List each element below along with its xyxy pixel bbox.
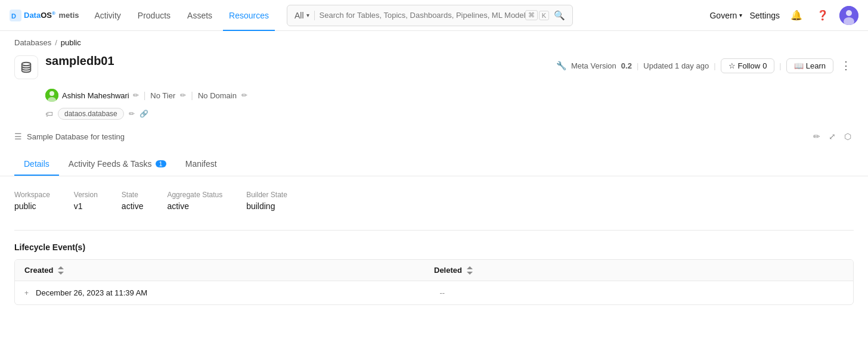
- nav-item-assets[interactable]: Assets: [181, 0, 218, 31]
- logo[interactable]: D DataOS® metis: [10, 10, 79, 21]
- state-value: active: [122, 201, 144, 211]
- govern-button[interactable]: Govern ▾: [709, 11, 742, 20]
- tabs-row: Details Activity Feeds & Tasks 1 Manifes…: [0, 152, 868, 176]
- meta-version-value: 0.2: [621, 61, 632, 70]
- svg-marker-10: [58, 272, 64, 275]
- breadcrumb-databases[interactable]: Databases: [14, 38, 51, 47]
- svg-point-3: [846, 10, 852, 16]
- chevron-down-icon: ▾: [306, 12, 309, 18]
- user-avatar[interactable]: [839, 6, 858, 25]
- chevron-down-icon: ▾: [739, 12, 742, 18]
- tab-details[interactable]: Details: [14, 152, 59, 176]
- search-shortcut: ⌘ K: [525, 10, 549, 20]
- owner-meta-row: Ashish Maheshwari ✏ | No Tier ✏ | No Dom…: [0, 86, 868, 104]
- search-filter-label: All: [294, 11, 304, 20]
- breadcrumb: Databases / public: [0, 31, 868, 52]
- meta-version-info: 🔧 Meta Version 0.2 | Updated 1 day ago |…: [556, 57, 854, 74]
- svg-point-5: [22, 63, 31, 66]
- details-content: Workspace public Version v1 State active…: [0, 176, 868, 319]
- tab-activity-feeds[interactable]: Activity Feeds & Tasks 1: [59, 152, 176, 176]
- nav-item-products[interactable]: Products: [132, 0, 176, 31]
- search-icon[interactable]: 🔍: [554, 10, 565, 21]
- search-filter-dropdown[interactable]: All ▾: [294, 11, 315, 20]
- tag-chip[interactable]: dataos.database: [58, 108, 124, 120]
- nav-item-activity[interactable]: Activity: [88, 0, 126, 31]
- header-actions: 🔧 Meta Version 0.2 | Updated 1 day ago |…: [556, 57, 854, 74]
- logo-text: DataOS® metis: [24, 11, 79, 20]
- lifecycle-title: Lifecycle Event(s): [14, 242, 854, 252]
- tag-row: 🏷 dataos.database ✏ 🔗: [0, 104, 868, 123]
- svg-marker-9: [58, 266, 64, 269]
- owner-avatar: [45, 89, 58, 102]
- domain-label: No Domain: [198, 91, 237, 100]
- external-link-icon[interactable]: 🔗: [140, 110, 148, 118]
- nav-item-resources[interactable]: Resources: [223, 0, 275, 31]
- edit-owner-icon[interactable]: ✏: [133, 91, 139, 99]
- sort-deleted-icon[interactable]: [467, 266, 473, 275]
- updated-text: Updated 1 day ago: [643, 61, 709, 70]
- workspace-value: public: [14, 201, 50, 211]
- svg-marker-12: [467, 272, 473, 275]
- row-created-value: December 26, 2023 at 11:39 AM: [36, 288, 440, 297]
- state-aggregate-status: Aggregate Status active: [167, 191, 222, 211]
- entity-info: sampledb01: [14, 54, 114, 79]
- lifecycle-table: Created Deleted: [14, 259, 854, 305]
- state-builder-state: Builder State building: [246, 191, 287, 211]
- learn-button[interactable]: 📖 Learn: [786, 58, 833, 73]
- edit-tier-icon[interactable]: ✏: [180, 91, 186, 99]
- tab-manifest[interactable]: Manifest: [176, 152, 227, 176]
- sort-created-icon[interactable]: [58, 266, 64, 275]
- tag-row-icon: 🏷: [45, 110, 53, 119]
- lifecycle-section: Lifecycle Event(s) Created Deleted: [14, 242, 854, 305]
- aggregate-status-label: Aggregate Status: [167, 191, 222, 199]
- expand-description-icon[interactable]: ⤢: [826, 129, 838, 144]
- col-deleted[interactable]: Deleted: [434, 266, 844, 275]
- description-row: ☰ Sample Database for testing ✏ ⤢ ⬡: [0, 123, 868, 150]
- book-icon: 📖: [794, 61, 804, 70]
- owner-name: Ashish Maheshwari: [62, 91, 129, 100]
- page-header: sampledb01 🔧 Meta Version 0.2 | Updated …: [0, 52, 868, 86]
- tag-value: dataos.database: [64, 110, 117, 118]
- search-bar: All ▾ ⌘ K 🔍: [287, 5, 573, 26]
- settings-label[interactable]: Settings: [749, 11, 780, 20]
- follow-button[interactable]: ☆ Follow 0: [721, 58, 775, 73]
- owner-chip: Ashish Maheshwari ✏: [45, 89, 139, 102]
- search-input[interactable]: [320, 11, 525, 20]
- state-grid: Workspace public Version v1 State active…: [14, 191, 854, 211]
- edit-tag-icon[interactable]: ✏: [129, 110, 135, 118]
- description-actions: ✏ ⤢ ⬡: [811, 129, 854, 144]
- tab-activity-feeds-label: Activity Feeds & Tasks: [69, 159, 152, 169]
- nav-right: Govern ▾ Settings 🔔 ❓: [709, 6, 858, 25]
- expand-row-icon[interactable]: +: [24, 289, 29, 297]
- meta-version-icon: 🔧: [556, 61, 566, 70]
- breadcrumb-separator: /: [55, 38, 57, 47]
- tier-label: No Tier: [150, 91, 175, 100]
- col-created[interactable]: Created: [24, 266, 434, 275]
- version-label: Version: [74, 191, 98, 199]
- aggregate-status-value: active: [167, 201, 222, 211]
- state-workspace: Workspace public: [14, 191, 50, 211]
- follow-label: Follow: [738, 61, 761, 70]
- col-created-label: Created: [24, 266, 53, 275]
- edit-description-icon[interactable]: ✏: [811, 129, 823, 144]
- meta-version-label: Meta Version: [571, 61, 616, 70]
- star-icon: ☆: [728, 61, 736, 70]
- entity-title-area: sampledb01: [45, 54, 114, 68]
- more-options-button[interactable]: ⋮: [838, 57, 854, 74]
- state-version: Version v1: [74, 191, 98, 211]
- builder-state-value: building: [246, 201, 287, 211]
- shortcut-meta: ⌘: [525, 10, 538, 20]
- svg-point-7: [49, 91, 54, 96]
- notification-bell-icon[interactable]: 🔔: [787, 6, 806, 25]
- ai-description-icon[interactable]: ⬡: [842, 129, 854, 144]
- help-circle-icon[interactable]: ❓: [813, 6, 832, 25]
- workspace-label: Workspace: [14, 191, 50, 199]
- version-value: v1: [74, 201, 98, 211]
- edit-domain-icon[interactable]: ✏: [241, 91, 247, 99]
- state-label: State: [122, 191, 144, 199]
- svg-text:D: D: [11, 13, 16, 20]
- shortcut-key: K: [539, 11, 549, 20]
- description-left: ☰ Sample Database for testing: [14, 132, 125, 141]
- description-text: Sample Database for testing: [27, 132, 125, 141]
- description-icon: ☰: [14, 132, 22, 141]
